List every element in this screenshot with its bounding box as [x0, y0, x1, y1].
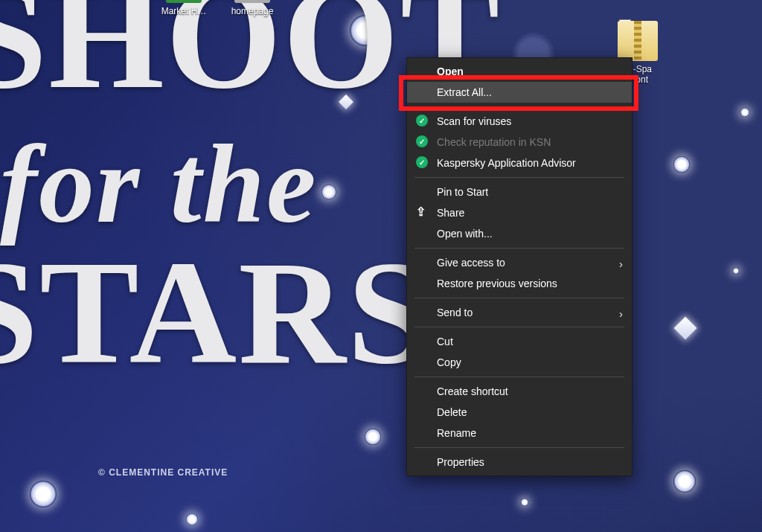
- shield-check-icon: ✓: [416, 115, 428, 126]
- menu-label: Restore previous versions: [437, 278, 557, 289]
- star-decoration: [321, 185, 336, 199]
- menu-label: Properties: [437, 456, 484, 468]
- context-menu: Open Extract All... ✓Scan for viruses ✓C…: [406, 57, 633, 476]
- star-decoration: [521, 499, 528, 506]
- menu-separator: [414, 298, 624, 298]
- menu-rename[interactable]: Rename: [407, 423, 632, 443]
- menu-label: Extract All...: [437, 86, 492, 98]
- menu-label: Create shortcut: [437, 385, 508, 397]
- wallpaper-text-line3: STARS: [0, 246, 432, 379]
- desktop-shortcut-market[interactable]: Market H…: [153, 0, 214, 16]
- star-decoration: [733, 268, 739, 274]
- menu-separator: [414, 327, 624, 327]
- star-decoration: [365, 429, 381, 445]
- menu-label: Rename: [437, 427, 476, 439]
- menu-label: Open: [437, 65, 464, 77]
- star-decoration: [740, 108, 749, 117]
- menu-send-to[interactable]: Send to›: [407, 302, 632, 323]
- menu-separator: [414, 106, 624, 107]
- menu-label: Scan for viruses: [437, 115, 511, 127]
- menu-label: Copy: [437, 356, 461, 368]
- star-decoration: [673, 470, 696, 493]
- star-decoration: [30, 481, 57, 507]
- menu-pin-to-start[interactable]: Pin to Start: [407, 182, 632, 202]
- menu-give-access-to[interactable]: Give access to›: [407, 252, 632, 273]
- shortcut-label: homepage: [231, 6, 274, 16]
- wallpaper-text-line2: for the: [0, 134, 318, 234]
- menu-label: Give access to: [437, 257, 505, 269]
- menu-properties[interactable]: Properties: [407, 452, 632, 472]
- menu-label: Pin to Start: [437, 186, 488, 198]
- menu-check-ksn: ✓Check reputation in KSN: [407, 132, 632, 153]
- zip-folder-icon: [618, 21, 658, 61]
- menu-label: Delete: [437, 406, 467, 418]
- shortcut-icon: [166, 0, 202, 3]
- menu-separator: [414, 376, 624, 377]
- desktop-shortcut-homepage[interactable]: homepage: [222, 0, 283, 16]
- share-icon: ⇪: [414, 205, 426, 217]
- wallpaper-credit: © CLEMENTINE CREATIVE: [98, 467, 228, 478]
- menu-cut[interactable]: Cut: [407, 331, 632, 352]
- shortcut-label: Market H…: [161, 6, 207, 16]
- menu-label: Share: [437, 207, 464, 219]
- menu-extract-all[interactable]: Extract All...: [407, 82, 632, 103]
- shortcut-icon: [234, 0, 270, 3]
- menu-separator: [414, 177, 624, 178]
- menu-open[interactable]: Open: [407, 61, 632, 82]
- menu-copy[interactable]: Copy: [407, 352, 632, 373]
- star-decoration: [673, 156, 690, 173]
- menu-restore-versions[interactable]: Restore previous versions: [407, 273, 632, 294]
- chevron-right-icon: ›: [619, 257, 623, 270]
- menu-label: Send to: [437, 307, 473, 318]
- menu-share[interactable]: ⇪Share: [407, 202, 632, 223]
- menu-scan-viruses[interactable]: ✓Scan for viruses: [407, 111, 632, 132]
- menu-separator: [414, 447, 624, 448]
- shield-check-icon: ✓: [416, 135, 428, 147]
- menu-label: Check reputation in KSN: [437, 136, 551, 148]
- shield-check-icon: ✓: [416, 156, 428, 168]
- star-decoration: [186, 513, 198, 525]
- chevron-right-icon: ›: [619, 307, 623, 320]
- menu-label: Cut: [437, 336, 453, 347]
- menu-label: Open with...: [437, 228, 493, 240]
- menu-delete[interactable]: Delete: [407, 402, 632, 423]
- menu-kaspersky-advisor[interactable]: ✓Kaspersky Application Advisor: [407, 153, 632, 173]
- menu-label: Kaspersky Application Advisor: [437, 157, 576, 169]
- menu-create-shortcut[interactable]: Create shortcut: [407, 381, 632, 402]
- menu-open-with[interactable]: Open with...: [407, 223, 632, 244]
- menu-separator: [414, 248, 624, 249]
